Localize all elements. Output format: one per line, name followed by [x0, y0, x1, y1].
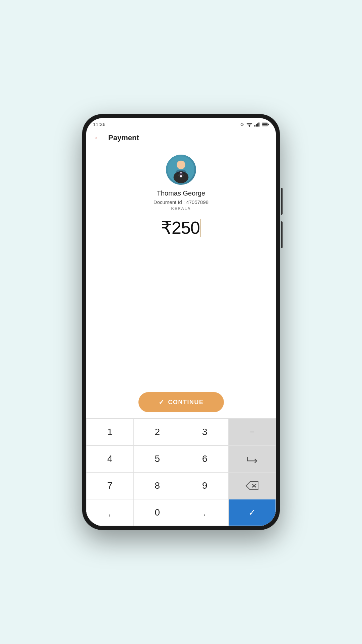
numpad-key-5[interactable]: 5 — [134, 445, 181, 472]
volume-button — [281, 221, 283, 248]
status-bar: 11:36 ⚙ — [86, 118, 276, 129]
back-arrow-icon: ← — [94, 134, 101, 142]
status-time: 11:36 — [93, 121, 106, 127]
numpad-key-6[interactable]: 6 — [181, 445, 229, 472]
power-button — [281, 188, 283, 215]
numpad-key-−[interactable]: − — [229, 419, 276, 445]
gear-icon: ⚙ — [240, 122, 244, 127]
main-content: Thomas George Document Id : 47057898 KER… — [86, 148, 276, 526]
numpad-key-2[interactable]: 2 — [134, 419, 181, 445]
svg-rect-7 — [258, 122, 259, 126]
top-nav: ← Payment — [86, 129, 276, 148]
numpad-key-4[interactable]: 4 — [86, 445, 134, 472]
user-avatar — [166, 155, 196, 185]
page-title: Payment — [108, 133, 139, 142]
numpad-key-0[interactable]: 0 — [134, 499, 181, 526]
wifi-icon — [246, 122, 252, 127]
user-name: Thomas George — [157, 190, 205, 197]
backspace-icon — [245, 481, 259, 490]
numpad-key-⌴[interactable] — [229, 445, 276, 472]
svg-rect-10 — [262, 123, 267, 125]
svg-rect-6 — [257, 123, 258, 126]
numpad-key-9[interactable]: 9 — [181, 472, 229, 499]
status-icons: ⚙ — [240, 122, 269, 127]
svg-rect-4 — [254, 125, 255, 126]
back-button[interactable]: ← — [92, 132, 104, 144]
numpad-key-✓[interactable]: ✓ — [229, 499, 276, 526]
continue-button[interactable]: ✓ CONTINUE — [138, 392, 224, 412]
svg-point-3 — [249, 125, 250, 127]
document-id: Document Id : 47057898 — [154, 199, 208, 205]
numpad-key-.[interactable]: . — [181, 499, 229, 526]
tab-icon — [246, 455, 258, 463]
phone-shell: 11:36 ⚙ — [82, 114, 280, 530]
continue-check-icon: ✓ — [159, 398, 164, 406]
svg-rect-9 — [268, 123, 269, 125]
numpad-key-7[interactable]: 7 — [86, 472, 134, 499]
svg-point-12 — [177, 161, 185, 169]
numpad-key-1[interactable]: 1 — [86, 419, 134, 445]
amount-number: 250 — [172, 218, 200, 237]
location-label: KERALA — [171, 206, 191, 211]
numpad-key-⌫[interactable] — [229, 472, 276, 499]
signal-icon — [254, 122, 260, 127]
numpad-key-3[interactable]: 3 — [181, 419, 229, 445]
phone-screen: 11:36 ⚙ — [86, 118, 276, 526]
currency-symbol: ₹ — [161, 218, 172, 237]
svg-rect-5 — [256, 124, 257, 126]
battery-icon — [262, 122, 269, 126]
amount-display: ₹250 — [161, 218, 201, 238]
numpad-key-,[interactable]: , — [86, 499, 134, 526]
amount-value: ₹250 — [161, 218, 200, 238]
cursor-line — [200, 219, 201, 237]
avatar-image — [168, 156, 194, 183]
continue-label: CONTINUE — [168, 399, 204, 406]
svg-point-18 — [176, 170, 186, 174]
numpad-key-8[interactable]: 8 — [134, 472, 181, 499]
numpad: 123−456789,0.✓ — [86, 418, 276, 526]
